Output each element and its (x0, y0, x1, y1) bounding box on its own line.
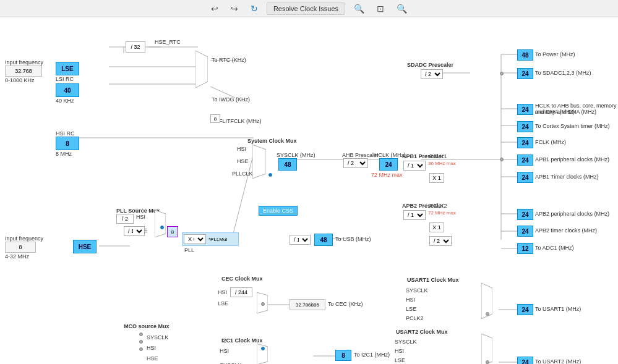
pll-mul-label: *PLLMul (208, 237, 227, 242)
hclk-branch-dot (500, 158, 504, 161)
pllclk-dot (268, 173, 272, 177)
apb1-timer-label: APB1 Timer clocks (MHz) (535, 174, 599, 180)
pll-area: X 6 X 2 *PLLMul PLL (182, 232, 239, 252)
i2c1-value: 8 (335, 350, 351, 361)
to-rtc-label: To RTC (KHz) (212, 57, 246, 63)
to-sdadc-value: 24 (517, 68, 533, 79)
usart1-label: To USART1 (MHz) (535, 306, 581, 312)
toolbar: ↩ ↪ ↻ Resolve Clock Issues 🔍 ⊡ 🔍 (0, 0, 618, 17)
zoom-out-button[interactable]: 🔍 (393, 2, 411, 15)
resolve-clock-issues-button[interactable]: Resolve Clock Issues (267, 2, 345, 15)
apb2-peripheral-label: APB2 peripheral clocks (MHz) (535, 211, 609, 217)
mco-hse-label: HSE (147, 355, 158, 362)
pll-mul-select[interactable]: X 6 X 2 (184, 234, 206, 244)
lse-freq-value: 32.768 (5, 66, 42, 77)
flitfclk-value: 8 (210, 114, 220, 123)
mco-dot2 (139, 340, 143, 344)
apb1-peripheral-label: APB1 peripheral clocks (MHz) (535, 156, 609, 163)
system-clock-mux-label: System Clock Mux (247, 138, 297, 144)
to-fclk-value: 24 (517, 137, 533, 148)
svg-marker-37 (481, 334, 492, 364)
cec-clock-mux-label: CEC Clock Mux (221, 276, 263, 282)
hse-block[interactable]: HSE (73, 240, 97, 253)
to-cortex-value: 24 (517, 121, 533, 132)
pllclk-mux-label: PLLCLK (232, 171, 253, 177)
apb2-div-select[interactable]: / 1 / 2 (403, 210, 426, 220)
sdadc-prescaler-label: SDADC Prescaler (407, 62, 453, 68)
pll-mul-area: X 6 X 2 *PLLMul (182, 232, 239, 246)
mco-source-mux-label: MCO source Mux (124, 323, 170, 329)
adc1-label: To ADC1 (MHz) (535, 245, 574, 251)
cec-mux-dot (261, 302, 265, 306)
lse-block[interactable]: LSE (56, 62, 79, 75)
hse-rtc-label: HSE_RTC (155, 39, 181, 45)
hsi-pll-label: HSI (136, 214, 145, 220)
apb2-peripheral-value: 24 (517, 209, 533, 220)
to-iwdg-label: To IWDG (KHz) (212, 96, 250, 103)
enable-css-button[interactable]: Enable CSS (259, 206, 298, 216)
usb-value: 48 (314, 234, 333, 246)
i2c1-clock-mux-label: I2C1 Clock Mux (221, 337, 263, 344)
i2c1-mux-dot (261, 347, 265, 350)
apb2-timer-value: 24 (517, 226, 533, 237)
svg-line-25 (232, 153, 254, 239)
clock-diagram-canvas: Input frequency 32.768 0-1000 KHz LSE LS… (0, 17, 618, 364)
ahb-div-select[interactable]: / 2 / 1 (343, 158, 368, 168)
pclk2-label: PCLK2 (429, 203, 447, 209)
usart2-mux-shape (481, 334, 492, 364)
apb1-timer-value: 24 (517, 172, 533, 183)
system-clock-mux (252, 145, 266, 179)
apb1-peripheral-value: 24 (517, 154, 533, 166)
hclk-label: HCLK (MHz) (374, 152, 406, 158)
usart2-mux-dot (486, 360, 489, 364)
mco-dot3 (139, 347, 143, 351)
ahb-prescaler-label: AHB Prescaler (342, 152, 379, 158)
svg-marker-32 (252, 145, 266, 179)
pll-block: 8 (167, 226, 178, 237)
to-power-value: 48 (517, 49, 533, 61)
lse-usart2-label: LSE (395, 357, 405, 363)
adc-div-select[interactable]: / 2 / 1 (429, 236, 452, 246)
usart1-value: 24 (517, 304, 533, 315)
div32-block: / 32 (126, 41, 145, 53)
hsi-usart1-label: HSI (406, 297, 415, 303)
sysclk-usart2-label: SYSCLK (395, 339, 417, 345)
redo-button[interactable]: ↪ (227, 2, 242, 15)
to-cortex-label: To Cortex System timer (MHz) (535, 123, 610, 129)
hse-freq-range: 4-32 MHz (5, 253, 29, 260)
x1-apb2-block: X 1 (429, 222, 444, 232)
usb-label: To USB (MHz) (335, 236, 371, 242)
apb1-div-select[interactable]: / 1 / 2 (403, 161, 426, 171)
lse-cec-label: LSE (218, 300, 228, 307)
enable-css-btn[interactable]: Enable CSS (259, 206, 298, 216)
adc1-value: 12 (517, 243, 533, 254)
sdadc-div-select[interactable]: / 2 / 1 (421, 69, 443, 79)
hclk-max: 72 MHz max (371, 172, 403, 178)
hsi-mux-label: HSI (237, 146, 246, 152)
mco-dot1 (139, 332, 143, 336)
hse-pll-div-select[interactable]: / 1 / 2 (124, 226, 145, 236)
pll-source-mux-shape (155, 210, 166, 237)
hsi-usart2-label: HSI (395, 348, 404, 354)
cec-label: To CEC (KHz) (328, 301, 363, 307)
hse-mux-label: HSE (237, 158, 249, 164)
apb2-timer-label: APB2 timer clocks (MHz) (535, 227, 597, 234)
hsi-i2c1-label: HSI (220, 348, 229, 354)
refresh-button[interactable]: ↻ (247, 2, 262, 15)
zoom-in-button[interactable]: 🔍 (350, 2, 368, 15)
usart2-clock-mux-label: USART2 Clock Mux (396, 329, 448, 335)
sdadc-branch-dot (500, 72, 504, 75)
rtc-mux (195, 51, 208, 88)
pll-source-mux-label: PLL Source Mux (116, 208, 160, 214)
usart2-value: 24 (517, 357, 533, 364)
fit-button[interactable]: ⊡ (373, 2, 388, 15)
sysclk-usart1-label: SYSCLK (406, 287, 428, 294)
pclk2-value: 72 MHz max (428, 210, 456, 216)
x1-apb1-block: X 1 (429, 173, 444, 183)
lsi-freq-block: 40 (56, 83, 79, 97)
lse-freq-unit: 0-1000 KHz (5, 77, 35, 83)
to-sdadc-label: To SDADC1,2,3 (MHz) (535, 70, 591, 76)
mco-sysclk-label: SYSCLK (147, 334, 169, 341)
undo-button[interactable]: ↩ (207, 2, 222, 15)
usb-div-select[interactable]: / 1 / 2 (290, 235, 311, 245)
